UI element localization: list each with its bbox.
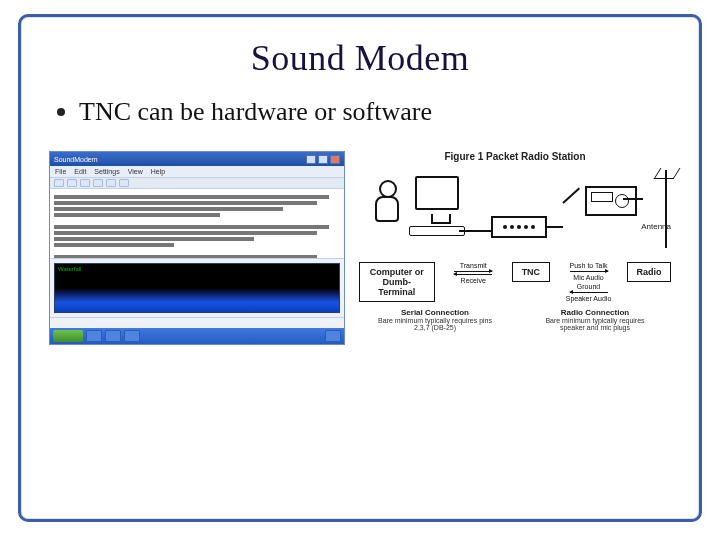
menu-item: View [128,168,143,175]
close-icon [330,155,340,164]
operator-icon [365,180,405,240]
serial-title: Serial Connection [375,308,495,317]
waterfall-display: Waterfall [54,263,340,313]
arrow-label: Speaker Audio [566,295,612,302]
arrow-label: Receive [461,277,486,284]
figures-row: SoundModem File Edit Settings View Help [49,151,671,345]
keyboard-icon [409,226,465,236]
window-controls [306,155,340,164]
arrows-serial: Transmit Receive [439,262,508,284]
arrow-left-icon [454,274,492,275]
spectrum-gradient-icon [55,288,339,312]
diagram-packet-radio: Figure 1 Packet Radio Station Antenna [359,151,671,331]
bullet-text: TNC can be hardware or software [79,97,432,127]
start-button-icon [53,330,83,342]
menu-item: Help [151,168,165,175]
block-tnc: TNC [512,262,550,282]
figure-title: Figure 1 Packet Radio Station [359,151,671,162]
menu-item: File [55,168,66,175]
bullet-item: TNC can be hardware or software [57,97,671,127]
status-bar [50,317,344,328]
monitor-icon [415,176,459,210]
toolbar-icon [119,179,129,187]
maximize-icon [318,155,328,164]
menu-item: Edit [74,168,86,175]
arrow-right-icon [570,271,608,272]
wire-icon [562,188,580,204]
radio-sub: Bare minimum typically requires speaker … [535,317,655,331]
slide-title: Sound Modem [49,37,671,79]
diagram-scene: Antenna [359,168,671,254]
radio-title: Radio Connection [535,308,655,317]
block-computer: Computer or Dumb-Terminal [359,262,435,302]
antenna-icon [665,170,667,248]
bullet-dot-icon [57,108,65,116]
arrow-label: Push to Talk [570,262,608,269]
wire-icon [547,226,563,228]
arrow-left-icon [570,292,608,293]
wire-icon [459,230,493,232]
arrow-right-icon [454,271,492,272]
arrow-label: Mic Audio [573,274,603,281]
os-taskbar [50,328,344,344]
minimize-icon [306,155,316,164]
tray-clock-icon [325,330,341,342]
serial-sub: Bare minimum typically requires pins 2,3… [375,317,495,331]
taskbar-item-icon [105,330,121,342]
toolbar-icon [54,179,64,187]
radio-box-icon [585,186,637,216]
arrow-label: Ground [577,283,600,290]
connection-labels: Serial Connection Bare minimum typically… [359,308,671,331]
radio-connection-label: Radio Connection Bare minimum typically … [535,308,655,331]
serial-connection-label: Serial Connection Bare minimum typically… [375,308,495,331]
taskbar-item-icon [86,330,102,342]
wire-icon [623,198,643,200]
screenshot-soundmodem: SoundModem File Edit Settings View Help [49,151,345,345]
block-diagram-row: Computer or Dumb-Terminal Transmit Recei… [359,262,671,302]
toolbar-icon [93,179,103,187]
block-radio: Radio [627,262,671,282]
menu-bar: File Edit Settings View Help [50,166,344,178]
antenna-label: Antenna [641,222,671,231]
toolbar-icon [80,179,90,187]
waterfall-label: Waterfall [58,266,81,272]
toolbar-icon [67,179,77,187]
window-titlebar: SoundModem [50,152,344,166]
slide-frame: Sound Modem TNC can be hardware or softw… [18,14,702,522]
toolbar [50,178,344,189]
toolbar-icon [106,179,116,187]
window-title: SoundModem [54,156,98,163]
menu-item: Settings [94,168,119,175]
arrow-label: Transmit [460,262,487,269]
taskbar-item-icon [124,330,140,342]
tnc-box-icon [491,216,547,238]
arrows-radio: Push to Talk Mic Audio Ground Speaker Au… [554,262,623,302]
log-pane [50,189,344,259]
